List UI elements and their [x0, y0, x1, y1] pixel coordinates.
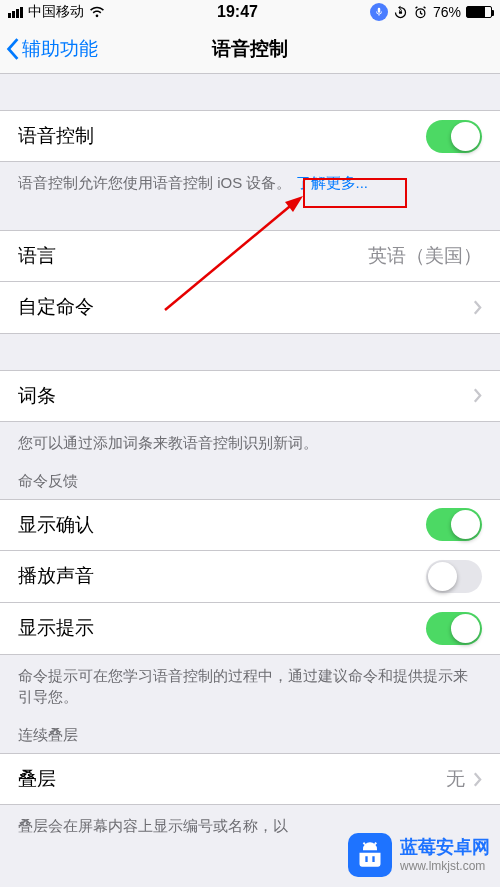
chevron-right-icon [473, 388, 482, 403]
voice-control-footer: 语音控制允许您使用语音控制 iOS 设备。 了解更多... [0, 162, 500, 194]
voice-control-switch[interactable] [426, 120, 482, 153]
back-button[interactable]: 辅助功能 [6, 24, 98, 73]
watermark: 蓝莓安卓网 www.lmkjst.com [348, 833, 490, 877]
watermark-url: www.lmkjst.com [400, 859, 490, 875]
svg-marker-3 [285, 196, 303, 212]
language-cell[interactable]: 语言 英语（美国） [0, 230, 500, 282]
svg-rect-0 [399, 11, 402, 14]
overlay-label: 叠层 [18, 766, 56, 792]
feedback-footer: 命令提示可在您学习语音控制的过程中，通过建议命令和提供提示来引导您。 [0, 655, 500, 709]
show-hints-switch[interactable] [426, 612, 482, 645]
watermark-logo-icon [348, 833, 392, 877]
overlay-header: 连续叠层 [0, 708, 500, 753]
mic-badge-icon [370, 3, 388, 21]
signal-icon [8, 7, 23, 18]
show-confirm-label: 显示确认 [18, 512, 94, 538]
custom-commands-cell[interactable]: 自定命令 [0, 282, 500, 334]
voice-control-cell: 语音控制 [0, 110, 500, 162]
show-hints-cell: 显示提示 [0, 603, 500, 655]
orientation-lock-icon [393, 5, 408, 20]
chevron-left-icon [6, 38, 20, 60]
custom-commands-label: 自定命令 [18, 294, 94, 320]
vocabulary-footer: 您可以通过添加词条来教语音控制识别新词。 [0, 422, 500, 454]
voice-control-label: 语音控制 [18, 123, 94, 149]
page-title: 语音控制 [212, 36, 288, 62]
feedback-header: 命令反馈 [0, 454, 500, 499]
overlay-value: 无 [446, 766, 465, 792]
overlay-footer: 叠层会在屏幕内容上显示编号或名称，以 [0, 805, 500, 837]
vocabulary-label: 词条 [18, 383, 56, 409]
language-value: 英语（美国） [368, 243, 482, 269]
chevron-right-icon [473, 772, 482, 787]
status-time: 19:47 [217, 3, 258, 21]
chevron-right-icon [473, 300, 482, 315]
learn-more-link[interactable]: 了解更多... [296, 174, 369, 191]
vocabulary-cell[interactable]: 词条 [0, 370, 500, 422]
language-label: 语言 [18, 243, 56, 269]
play-sound-label: 播放声音 [18, 563, 94, 589]
watermark-name: 蓝莓安卓网 [400, 836, 490, 859]
overlay-cell[interactable]: 叠层 无 [0, 753, 500, 805]
nav-bar: 辅助功能 语音控制 [0, 24, 500, 74]
battery-icon [466, 6, 492, 18]
back-label: 辅助功能 [22, 36, 98, 62]
show-hints-label: 显示提示 [18, 615, 94, 641]
wifi-icon [89, 6, 105, 18]
show-confirm-switch[interactable] [426, 508, 482, 541]
show-confirm-cell: 显示确认 [0, 499, 500, 551]
play-sound-cell: 播放声音 [0, 551, 500, 603]
alarm-icon [413, 5, 428, 20]
carrier-label: 中国移动 [28, 3, 84, 21]
status-bar: 中国移动 19:47 76% [0, 0, 500, 24]
battery-percent: 76% [433, 4, 461, 20]
play-sound-switch[interactable] [426, 560, 482, 593]
